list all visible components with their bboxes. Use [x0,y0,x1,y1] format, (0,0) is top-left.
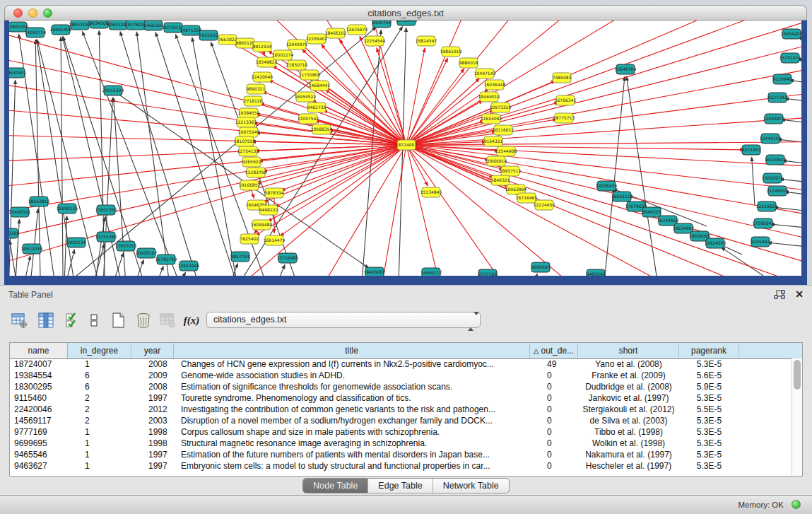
cell-name[interactable]: 9463627 [10,460,68,472]
graph-node[interactable]: 19336436 [596,181,618,191]
cell-pagerank[interactable]: 5.3E-5 [679,426,739,438]
graph-edge[interactable] [721,247,763,276]
graph-node[interactable]: 21048509 [767,186,789,196]
graph-node[interactable]: 8130764 [372,21,392,28]
graph-node[interactable]: 16001274 [272,50,294,60]
graph-edge[interactable] [752,157,755,205]
graph-node[interactable]: 9129946 [773,74,792,84]
graph-node[interactable]: 19166852 [239,180,261,190]
cell-short[interactable]: de Silva et al. (2003) [578,415,679,426]
graph-node[interactable]: 10588354 [311,124,333,134]
column-header-in_degree[interactable]: in_degree [68,343,131,358]
graph-node[interactable]: 12093872 [763,114,785,124]
cell-name[interactable]: 18724007 [10,358,68,370]
graph-node[interactable]: 9227343 [768,93,787,103]
graph-node[interactable]: 12610651 [756,201,778,211]
cell-year[interactable]: 1997 [131,449,174,460]
graph-edge[interactable] [406,145,801,255]
graph-node[interactable]: 18466102 [325,28,347,38]
graph-node[interactable]: 22265402 [306,34,328,44]
close-panel-icon[interactable]: ✕ [795,288,804,300]
table-row[interactable]: 1872400712008Changes of HCN gene express… [10,358,792,370]
graph-node[interactable]: 9699695 [531,262,551,272]
graph-node[interactable]: 16766342 [555,95,577,105]
cell-title[interactable]: Embryonic stem cells: a model to study s… [174,460,530,472]
graph-edge[interactable] [406,21,636,145]
graph-node[interactable]: 12940975 [286,40,308,49]
graph-node[interactable]: 15954201 [781,29,801,39]
close-window-button[interactable] [13,8,23,18]
table-row[interactable]: 946362711997Embryonic stem cells: a mode… [10,460,792,472]
graph-node[interactable]: 12690205 [9,228,19,238]
cell-out_degree[interactable]: 0 [530,415,578,426]
delete-column-icon[interactable] [133,310,154,331]
cell-year[interactable]: 2003 [131,415,174,426]
cell-in_degree[interactable]: 1 [68,426,131,438]
graph-edge[interactable] [406,113,801,145]
graph-node[interactable]: 12754132 [237,146,259,156]
cell-out_degree[interactable]: 0 [530,404,578,415]
graph-edge[interactable] [20,256,30,276]
graph-edge[interactable] [269,264,285,276]
cell-short[interactable]: Franke et al. (2009) [578,370,679,381]
cell-pagerank[interactable]: 5.6E-5 [679,370,739,381]
tab-edge-table[interactable]: Edge Table [368,479,433,493]
cell-pagerank[interactable]: 5.3E-5 [679,392,739,404]
cell-short[interactable]: Tibbo et al. (1998) [578,426,679,438]
graph-node[interactable]: 10497143 [474,69,496,78]
table-row[interactable]: 1938455462009Genome-wide association stu… [10,370,792,381]
cell-short[interactable]: Dudbridge et al. (2008) [578,381,679,392]
cell-year[interactable]: 2012 [131,404,174,415]
cell-in_degree[interactable]: 2 [68,392,131,404]
cell-name[interactable]: 9465546 [10,449,68,460]
graph-node[interactable]: 7615526 [199,30,218,40]
graph-node[interactable]: 16716465 [516,193,538,203]
graph-node[interactable]: 11253360 [95,232,117,242]
graph-node[interactable]: 12224450 [534,200,555,210]
cell-out_degree[interactable]: 0 [530,426,578,438]
table-row[interactable]: 911546021997Tourette syndrome. Phenomeno… [10,392,792,404]
column-header-title[interactable]: title [174,343,530,358]
cell-in_degree[interactable]: 1 [68,358,131,370]
show-columns-icon[interactable] [35,310,57,331]
create-column-icon[interactable] [107,310,129,331]
graph-node[interactable]: 7625402 [240,234,259,244]
tab-network-table[interactable]: Network Table [433,479,509,493]
zoom-window-button[interactable] [43,8,52,18]
cell-in_degree[interactable]: 6 [68,370,131,381]
cell-pagerank[interactable]: 5.3E-5 [679,438,739,449]
network-window-titlebar[interactable]: citations_edges.txt [4,5,807,21]
graph-edge[interactable] [9,80,16,276]
cell-title[interactable]: Genome-wide association studies in ADHD. [174,370,530,381]
vertical-scrollbar[interactable] [792,358,802,476]
graph-node[interactable]: 16099484 [251,220,273,230]
graph-node[interactable]: 9857791 [231,252,250,262]
graph-node[interactable]: 16116612 [493,125,514,135]
table-row[interactable]: 946554611997Estimation of the future num… [10,449,792,460]
table-row[interactable]: 2242004622012Investigating the contribut… [10,404,792,415]
graph-node[interactable]: 11544908 [495,146,517,156]
table-row[interactable]: 1830029562008Estimation of significance … [10,381,792,392]
graph-node[interactable]: 15950135 [57,204,78,214]
cell-out_degree[interactable]: 0 [530,460,578,472]
cell-pagerank[interactable]: 5.3E-5 [679,415,739,426]
graph-edge[interactable] [774,207,801,216]
column-header-short[interactable]: short [578,343,679,358]
cell-pagerank[interactable]: 5.3E-5 [679,449,739,460]
cell-title[interactable]: Estimation of the future numbers of pati… [174,449,530,460]
cell-pagerank[interactable]: 5.5E-5 [679,404,739,415]
graph-node[interactable]: 18495067 [364,267,386,276]
graph-node[interactable]: 15134845 [420,187,442,197]
graph-node[interactable]: 19924500 [705,238,726,248]
graph-node[interactable]: 8912934 [253,42,272,52]
column-header-out_degree[interactable]: △out_de... [530,343,578,358]
graph-node[interactable]: 16210643 [765,155,787,165]
graph-edge[interactable] [136,32,177,276]
cell-title[interactable]: Structural magnetic resonance image aver… [174,438,530,449]
graph-node[interactable]: 6466160 [144,21,163,30]
graph-node[interactable]: 19384554 [238,108,260,118]
cell-in_degree[interactable]: 1 [68,449,131,460]
graph-node[interactable]: 16648784 [615,64,637,74]
graph-node[interactable]: 15751074 [779,53,801,63]
graph-edge[interactable] [406,145,801,276]
